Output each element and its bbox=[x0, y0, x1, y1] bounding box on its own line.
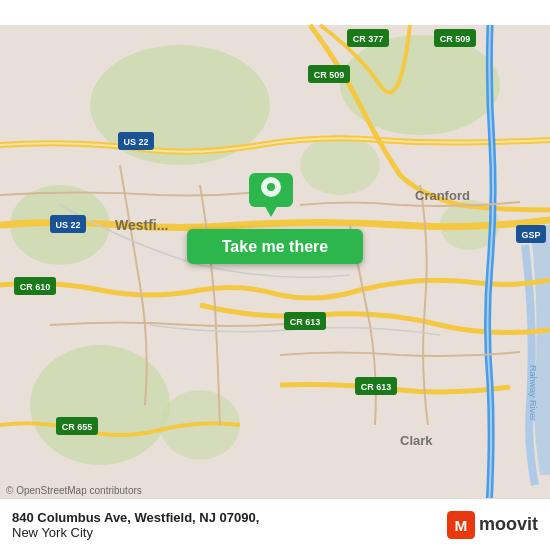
map-background: US 22 US 22 CR 509 CR 509 CR 610 CR 613 … bbox=[0, 0, 550, 550]
osm-credit-text: © OpenStreetMap contributors bbox=[6, 485, 142, 496]
svg-point-5 bbox=[300, 135, 380, 195]
city-line: New York City bbox=[12, 525, 259, 540]
svg-text:CR 610: CR 610 bbox=[20, 282, 51, 292]
svg-text:US 22: US 22 bbox=[55, 220, 80, 230]
map-container[interactable]: US 22 US 22 CR 509 CR 509 CR 610 CR 613 … bbox=[0, 0, 550, 550]
svg-text:Clark: Clark bbox=[400, 433, 433, 448]
svg-text:CR 655: CR 655 bbox=[62, 422, 93, 432]
svg-point-35 bbox=[267, 183, 275, 191]
svg-text:CR 613: CR 613 bbox=[361, 382, 392, 392]
osm-credit: © OpenStreetMap contributors bbox=[6, 485, 142, 496]
svg-text:CR 509: CR 509 bbox=[440, 34, 471, 44]
location-pin bbox=[249, 165, 293, 217]
svg-text:Cranford: Cranford bbox=[415, 188, 470, 203]
info-bar: 840 Columbus Ave, Westfield, NJ 07090, N… bbox=[0, 498, 550, 550]
moovit-icon: M bbox=[447, 511, 475, 539]
svg-text:US 22: US 22 bbox=[123, 137, 148, 147]
moovit-logo: M moovit bbox=[447, 511, 538, 539]
svg-text:Rahway River: Rahway River bbox=[528, 365, 538, 421]
moovit-brand-text: moovit bbox=[479, 514, 538, 535]
svg-text:CR 377: CR 377 bbox=[353, 34, 384, 44]
take-me-there-button[interactable]: Take me there bbox=[187, 229, 363, 264]
address-line: 840 Columbus Ave, Westfield, NJ 07090, bbox=[12, 510, 259, 525]
svg-point-4 bbox=[30, 345, 170, 465]
svg-text:M: M bbox=[455, 516, 468, 533]
svg-text:GSP: GSP bbox=[521, 230, 540, 240]
address-block: 840 Columbus Ave, Westfield, NJ 07090, N… bbox=[12, 510, 259, 540]
svg-text:CR 613: CR 613 bbox=[290, 317, 321, 327]
svg-point-2 bbox=[340, 35, 500, 135]
svg-text:Westfi...: Westfi... bbox=[115, 217, 168, 233]
svg-text:CR 509: CR 509 bbox=[314, 70, 345, 80]
svg-marker-33 bbox=[263, 203, 279, 217]
